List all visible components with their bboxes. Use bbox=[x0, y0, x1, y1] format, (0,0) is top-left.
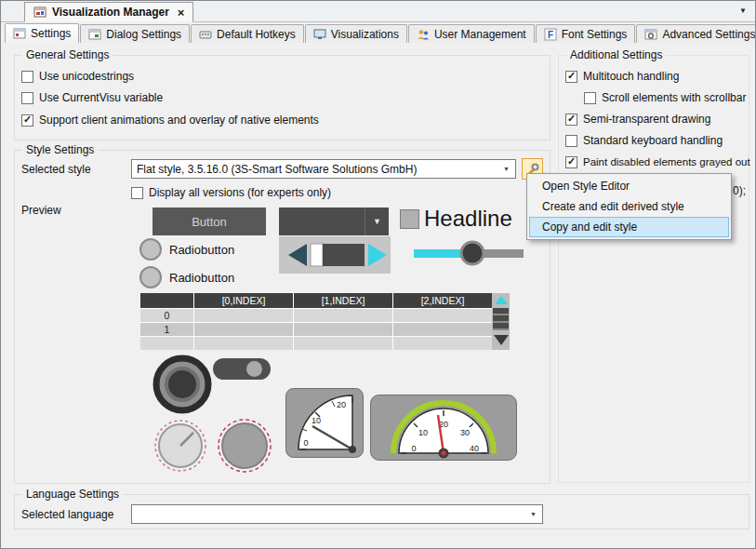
preview-toggle-switch bbox=[213, 358, 271, 380]
style-context-menu: Open Style Editor Create and edit derive… bbox=[526, 173, 732, 240]
checkbox-box[interactable] bbox=[565, 135, 577, 147]
checkbox-use-currentvisu-variable[interactable]: Use CurrentVisu variable bbox=[21, 90, 163, 105]
preview-round-button bbox=[152, 354, 213, 415]
selected-style-label: Selected style bbox=[21, 163, 91, 176]
user-management-tab-icon bbox=[417, 28, 430, 41]
svg-text:F: F bbox=[548, 30, 553, 40]
preview-radiobutton-label: Radiobutton bbox=[169, 271, 234, 285]
preview-gauge-quarter: 0 10 20 bbox=[285, 388, 364, 458]
preview-scrollbar bbox=[492, 293, 510, 350]
settings-tab-icon bbox=[13, 27, 26, 40]
preview-headline: Headline bbox=[424, 206, 512, 232]
checkbox-box[interactable]: ✓ bbox=[565, 156, 577, 168]
checkbox-box[interactable] bbox=[584, 92, 596, 104]
checkbox-label: Support client animations and overlay of… bbox=[39, 114, 319, 127]
svg-text:10: 10 bbox=[418, 428, 428, 437]
menu-item-open-style-editor[interactable]: Open Style Editor bbox=[529, 176, 729, 196]
checkbox-box[interactable] bbox=[21, 71, 33, 83]
preview-slider bbox=[414, 239, 524, 267]
table-cell: 1 bbox=[140, 323, 193, 336]
preview-radiobutton-circle bbox=[139, 266, 162, 288]
scroll-up-icon bbox=[492, 293, 510, 307]
table-cell: 0 bbox=[140, 309, 193, 322]
checkbox-label: Use unicodestrings bbox=[39, 70, 134, 83]
menu-item-create-derived-style[interactable]: Create and edit derived style bbox=[529, 196, 729, 217]
tab-default-hotkeys[interactable]: Default Hotkeys bbox=[191, 24, 304, 43]
table-cell bbox=[393, 337, 492, 350]
slider-knob bbox=[461, 242, 484, 264]
table-header-cell: [0,INDEX] bbox=[194, 293, 293, 308]
tab-label: Settings bbox=[31, 27, 71, 40]
checkbox-multitouch-handling[interactable]: ✓ Multitouch handling bbox=[565, 69, 679, 84]
preview-radiobutton-label: Radiobutton bbox=[169, 243, 234, 257]
checkbox-label: Scroll elements with scrollbar bbox=[602, 91, 746, 104]
chevron-down-icon: ▼ bbox=[365, 208, 389, 235]
checkbox-box[interactable]: ✓ bbox=[21, 114, 33, 127]
check-icon: ✓ bbox=[567, 156, 576, 167]
table-cell bbox=[194, 323, 293, 336]
table-cell bbox=[393, 309, 492, 322]
checkbox-box[interactable] bbox=[131, 187, 143, 199]
visualization-manager-window: Visualization Manager × ▼ Settings Dialo… bbox=[0, 0, 756, 549]
tab-visualizations[interactable]: Visualizations bbox=[305, 24, 407, 43]
checkbox-label: Semi-transparent drawing bbox=[583, 113, 710, 126]
tab-font-settings[interactable]: F Font Settings bbox=[536, 24, 636, 43]
visualizations-tab-icon bbox=[313, 28, 326, 41]
checkbox-label: Display all versions (for experts only) bbox=[149, 186, 331, 199]
tab-user-management[interactable]: User Management bbox=[408, 24, 535, 43]
chevron-down-icon: ▼ bbox=[498, 161, 514, 177]
checkbox-box[interactable]: ✓ bbox=[565, 114, 577, 126]
checkbox-box[interactable] bbox=[21, 92, 33, 104]
checkbox-scroll-elements-with-scrollbar[interactable]: Scroll elements with scrollbar bbox=[584, 90, 746, 105]
svg-text:20: 20 bbox=[337, 400, 346, 409]
preview-knob-dial bbox=[153, 419, 207, 473]
menu-item-copy-and-edit-style[interactable]: Copy and edit style bbox=[529, 217, 729, 237]
preview-table: [0,INDEX] [1,INDEX] [2,INDEX] 0 1 bbox=[140, 293, 492, 350]
tab-settings[interactable]: Settings bbox=[5, 23, 79, 43]
general-settings-title: General Settings bbox=[22, 48, 113, 61]
checkbox-support-client-animations[interactable]: ✓ Support client animations and overlay … bbox=[21, 113, 319, 127]
table-header-cell: [2,INDEX] bbox=[393, 293, 492, 308]
checkbox-use-unicodestrings[interactable]: Use unicodestrings bbox=[21, 69, 134, 84]
tab-label: Font Settings bbox=[562, 28, 628, 41]
table-header-cell: [1,INDEX] bbox=[294, 293, 392, 308]
preview-combobox: ▼ bbox=[279, 208, 389, 235]
document-tab-title: Visualization Manager bbox=[52, 6, 169, 19]
visualization-manager-icon bbox=[33, 6, 46, 19]
svg-text:30: 30 bbox=[460, 428, 470, 437]
checkbox-label: Use CurrentVisu variable bbox=[39, 91, 163, 104]
tab-label: Dialog Settings bbox=[106, 28, 181, 41]
tab-label: User Management bbox=[434, 28, 526, 41]
default-hotkeys-tab-icon bbox=[199, 28, 212, 41]
checkbox-standard-keyboard-handling[interactable]: Standard keyboard handling bbox=[565, 133, 723, 148]
selected-language-combobox[interactable]: ▼ bbox=[131, 504, 543, 524]
svg-text:0: 0 bbox=[303, 438, 308, 448]
checkbox-box[interactable]: ✓ bbox=[565, 71, 577, 83]
advanced-settings-tab-icon bbox=[644, 28, 657, 41]
document-tab[interactable]: Visualization Manager × bbox=[24, 2, 193, 22]
toggle-knob bbox=[246, 361, 262, 377]
preview-checkbox-square bbox=[400, 209, 419, 229]
preview-radiobutton-circle bbox=[139, 238, 162, 261]
table-header-cell bbox=[140, 293, 193, 308]
selected-style-combobox[interactable]: Flat style, 3.5.16.0 (3S-Smart Software … bbox=[131, 159, 516, 179]
tab-list-dropdown-icon[interactable]: ▼ bbox=[739, 7, 747, 15]
page-tab-strip: Settings Dialog Settings Default Hotkeys bbox=[5, 23, 756, 43]
scroll-down-icon bbox=[492, 331, 510, 349]
checkbox-paint-disabled-elements[interactable]: ✓ Paint disabled elements grayed out bbox=[565, 154, 750, 169]
style-settings-title: Style Settings bbox=[22, 143, 98, 156]
checkbox-display-all-versions[interactable]: Display all versions (for experts only) bbox=[131, 185, 331, 200]
preview-spin-control bbox=[279, 236, 391, 274]
chevron-down-icon: ▼ bbox=[525, 506, 541, 522]
tab-label: Advanced Settings bbox=[662, 28, 755, 41]
checkbox-semi-transparent-drawing[interactable]: ✓ Semi-transparent drawing bbox=[565, 112, 710, 127]
tab-advanced-settings[interactable]: Advanced Settings bbox=[636, 24, 756, 43]
font-settings-tab-icon: F bbox=[544, 28, 557, 41]
close-icon[interactable]: × bbox=[178, 6, 185, 20]
selected-language-label: Selected language bbox=[21, 508, 113, 521]
table-cell bbox=[194, 309, 293, 322]
tab-label: Visualizations bbox=[331, 28, 399, 41]
tab-label: Default Hotkeys bbox=[217, 28, 296, 41]
tab-dialog-settings[interactable]: Dialog Settings bbox=[80, 24, 190, 43]
preview-knob-round bbox=[217, 418, 272, 474]
